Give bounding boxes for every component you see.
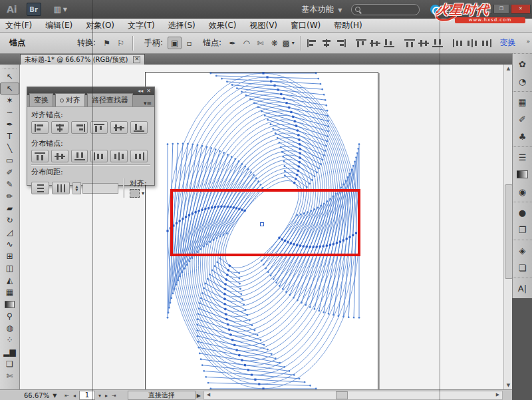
hide-handles-icon[interactable]: ▫ (183, 37, 196, 49)
vertical-distribute-space-icon[interactable] (31, 182, 49, 194)
blend-tool[interactable]: ◍ (0, 322, 19, 334)
panel-tab-inactive[interactable]: 变换 (29, 93, 53, 106)
menu-文件F[interactable]: 文件(F) (5, 20, 32, 31)
pen-tool[interactable]: ✒ (0, 118, 19, 130)
select-similar-icon[interactable]: ▩▾ (282, 37, 295, 49)
distribute-right-icon[interactable] (130, 150, 148, 162)
lasso-tool[interactable]: ∽ (0, 106, 19, 118)
transform-link[interactable]: 变换 (499, 37, 515, 49)
stroke-panel-icon[interactable]: ☰ (513, 148, 532, 166)
menu-选择S[interactable]: 选择(S) (168, 20, 196, 31)
align-bottom-icon[interactable] (130, 121, 148, 134)
status-readout[interactable]: 直接选择 (128, 391, 196, 400)
workspace-switcher-button[interactable]: 基本功能 ▼ (301, 4, 342, 15)
color-guide-panel-icon[interactable]: ◔ (513, 73, 532, 90)
panel-tab-active[interactable]: 对齐 (55, 93, 85, 106)
graph-tool[interactable]: ▂▆ (0, 346, 19, 358)
panel-close-icon[interactable]: ✕ (146, 89, 151, 94)
artboard-tool[interactable]: ❏ (0, 358, 19, 370)
spacing-stepper[interactable]: ▲▼ (72, 182, 81, 194)
menu-帮助H[interactable]: 帮助(H) (334, 20, 362, 31)
align-vertical-center-icon[interactable] (368, 37, 381, 49)
artboard-dropdown-icon[interactable]: ▾ (98, 393, 101, 399)
previous-artboard-button[interactable]: ◂ (73, 393, 76, 399)
graphic-styles-panel-icon[interactable]: ❐ (513, 221, 532, 238)
layers-panel-icon[interactable]: ◈ (513, 242, 532, 259)
pencil-tool[interactable]: ✎ (0, 178, 19, 190)
align-left-icon[interactable] (306, 37, 319, 49)
convert-to-smooth-icon[interactable]: ⚐ (114, 37, 127, 49)
distribute-horizontal-center-icon[interactable] (110, 150, 128, 162)
distribute-right-icon[interactable] (479, 37, 492, 49)
horizontal-scrollbar[interactable]: ◀ ▶ (203, 391, 503, 400)
isolate-selection-icon[interactable]: ❋ (268, 37, 281, 49)
collapse-control-bar-button[interactable]: » (526, 38, 530, 45)
magic-wand-tool[interactable]: ✶ (0, 95, 19, 106)
line-segment-tool[interactable]: ╲ (0, 142, 19, 154)
blob-brush-tool[interactable]: ✏ (0, 190, 19, 202)
distribute-top-icon[interactable] (403, 37, 416, 49)
remove-anchor-icon[interactable]: ✒ (226, 37, 239, 49)
panel-tab-inactive[interactable]: 路径查找器 (87, 93, 133, 106)
artboards-panel-icon[interactable]: ❏ (513, 259, 532, 276)
paintbrush-tool[interactable]: ✐ (0, 166, 19, 178)
arrange-documents-button[interactable]: ▥ ▼ (51, 3, 70, 15)
scroll-left-icon[interactable]: ◀ (204, 391, 213, 398)
first-artboard-button[interactable]: ⇤ (65, 393, 69, 399)
distribute-left-icon[interactable] (90, 150, 108, 162)
spacing-input[interactable] (82, 183, 118, 194)
distribute-left-icon[interactable] (452, 37, 464, 49)
symbol-sprayer-tool[interactable]: ⁘ (0, 334, 19, 346)
distribute-bottom-icon[interactable] (431, 37, 444, 49)
panel-grip[interactable] (3, 65, 17, 69)
free-transform-tool[interactable]: ⊞ (0, 250, 19, 262)
restore-button[interactable]: ❐ (493, 5, 509, 14)
last-artboard-button[interactable]: ⇥ (112, 393, 116, 399)
color-panel-icon[interactable]: ✿ (513, 55, 532, 73)
character-panel-icon[interactable]: A| (513, 280, 532, 297)
zoom-control[interactable]: 66.67% ▼ (24, 392, 57, 399)
align-horizontal-center-icon[interactable] (51, 121, 68, 134)
horizontal-scrollbar-thumb[interactable] (336, 391, 348, 399)
type-tool[interactable]: T (0, 130, 19, 142)
align-to-artboard-icon[interactable] (130, 189, 140, 198)
align-right-icon[interactable] (71, 121, 88, 134)
panel-collapse-icon[interactable]: ◂◂ (138, 89, 143, 94)
slice-tool[interactable]: ✄ (0, 370, 19, 382)
mesh-tool[interactable]: ▦ (0, 286, 19, 298)
align-bottom-icon[interactable] (382, 37, 395, 49)
direct-selection-tool[interactable]: ↖ (0, 83, 19, 95)
align-left-icon[interactable] (31, 121, 49, 134)
menu-窗口W[interactable]: 窗口(W) (291, 20, 321, 31)
align-top-icon[interactable] (354, 37, 367, 49)
scale-tool[interactable]: ◿ (0, 226, 19, 238)
close-button[interactable]: ✕ (511, 5, 531, 14)
vertical-scrollbar[interactable]: ▲ ▼ (503, 65, 513, 389)
menu-效果C[interactable]: 效果(C) (209, 20, 237, 31)
gradient-tool[interactable] (0, 298, 19, 310)
transparency-panel-icon[interactable]: ◉ (513, 183, 532, 200)
gradient-panel-icon[interactable] (513, 166, 532, 183)
rotate-tool[interactable]: ↻ (0, 214, 19, 226)
align-top-icon[interactable] (90, 121, 108, 134)
brushes-panel-icon[interactable]: ✐ (513, 110, 532, 128)
connect-endpoints-icon[interactable]: ◠ (240, 37, 253, 49)
appearance-panel-icon[interactable]: ● (513, 204, 532, 221)
distribute-bottom-icon[interactable] (71, 150, 88, 162)
menu-文字T[interactable]: 文字(T) (128, 20, 155, 31)
shape-builder-tool[interactable]: ◫ (0, 262, 19, 274)
rectangle-tool[interactable]: ▭ (0, 154, 19, 166)
cut-path-icon[interactable]: ✄ (254, 37, 267, 49)
distribute-vertical-center-icon[interactable] (417, 37, 430, 49)
align-vertical-center-icon[interactable] (110, 121, 128, 134)
perspective-grid-tool[interactable]: ◭ (0, 274, 19, 286)
menu-视图V[interactable]: 视图(V) (249, 20, 277, 31)
document-tab[interactable]: 未标题-1* @ 66.67% (RGB/预览) ✕ (20, 54, 145, 65)
minimize-button[interactable]: ▁ (476, 5, 492, 14)
align-right-icon[interactable] (334, 37, 346, 49)
status-flyout-icon[interactable]: ▶ (197, 393, 201, 399)
bridge-button[interactable]: Br (27, 3, 41, 16)
panel-menu-icon[interactable]: ▾≡ (144, 100, 152, 106)
cs-live-label[interactable]: CS Live (444, 5, 471, 14)
close-document-icon[interactable]: ✕ (133, 56, 140, 63)
